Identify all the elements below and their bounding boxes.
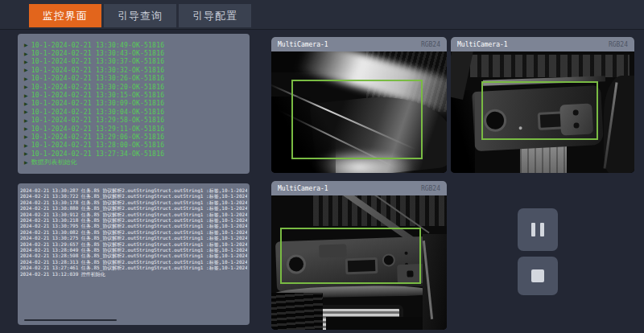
pause-button[interactable] <box>518 208 558 251</box>
camera-2-header: MultiCamera-1 RGB24 <box>451 37 634 51</box>
event-log-text: 10-1-2024-02-21 13:28:00-OK-51816 <box>31 142 165 149</box>
message-log-row: 2024-02-21 13:30:912 任务.85_协议解析2.outStri… <box>20 212 247 217</box>
event-log-row[interactable]: ▶ 10-1-2024-02-21 13:28:00-OK-51816 <box>24 142 243 150</box>
message-log-row: 2024-02-21 13:30:795 任务.85_协议解析2.outStri… <box>20 223 247 228</box>
arrow-icon: ▶ <box>24 92 28 100</box>
message-log-row: 2024-02-21 13:30:722 任务.85_协议解析2.outStri… <box>20 193 247 199</box>
event-log-row[interactable]: ▶ 10-1-2024-02-21 13:30:09-OK-51816 <box>24 100 243 108</box>
message-log-row: 2024-02-21 13:28:313 任务.85_协议解析2.outStri… <box>20 259 247 265</box>
horizontal-scrollbar[interactable] <box>24 319 117 321</box>
event-log-row[interactable]: ▶ 10-1-2024-02-21 13:30:37-OK-51816 <box>24 58 243 66</box>
event-log-row[interactable]: ▶ 10-1-2024-02-21 13:30:04-OK-51816 <box>24 108 243 116</box>
message-log-row: 2024-02-21 13:28:049 任务.85_协议解析2.outStri… <box>20 247 247 253</box>
stop-button[interactable] <box>518 257 558 295</box>
event-log-text: 10-1-2024-02-21 13:30:43-OK-51816 <box>31 50 165 57</box>
arrow-icon: ▶ <box>24 50 28 58</box>
tab-guide-config[interactable]: 引导配置 <box>179 4 251 27</box>
camera-3-title: MultiCamera-1 <box>278 185 328 192</box>
camera-1-format-badge: RGB24 <box>421 41 440 48</box>
arrow-icon: ▶ <box>24 108 28 116</box>
arrow-icon: ▶ <box>24 158 28 166</box>
tab-monitor-screen[interactable]: 监控界面 <box>29 4 101 27</box>
event-log-row[interactable]: ▶ 10-1-2024-02-21 13:30:43-OK-51816 <box>24 49 243 57</box>
event-log-row[interactable]: ▶ 10-1-2024-02-21 13:30:15-OK-51816 <box>24 91 243 99</box>
arrow-icon: ▶ <box>24 125 28 133</box>
event-log-text: 10-1-2024-02-21 13:30:32-OK-51816 <box>31 67 165 74</box>
camera-1-image[interactable] <box>271 51 447 173</box>
arrow-icon: ▶ <box>24 133 28 141</box>
event-log-text: 10-1-2024-02-21 13:30:20-OK-51816 <box>31 84 165 91</box>
arrow-icon: ▶ <box>24 83 28 91</box>
arrow-icon: ▶ <box>24 75 28 83</box>
top-tab-bar: 监控界面 引导查询 引导配置 <box>0 0 644 30</box>
event-log-text: 10-1-2024-02-21 13:29:11-OK-51816 <box>31 125 165 133</box>
event-log-text: 10-1-2024-02-21 13:29:06-OK-51816 <box>31 134 165 141</box>
message-log-row: 2024-02-21 13:12:039 控件初始化 <box>20 271 247 277</box>
tab-guide-query[interactable]: 引导查询 <box>104 4 176 27</box>
camera-3-header: MultiCamera-1 RGB24 <box>271 181 447 195</box>
camera-1-header: MultiCamera-1 RGB24 <box>271 37 447 51</box>
arrow-icon: ▶ <box>24 41 28 49</box>
camera-2-format-badge: RGB24 <box>609 41 628 48</box>
message-log-panel[interactable]: 2024-02-21 13:30:287 任务.85_协议解析2.outStri… <box>18 183 250 325</box>
event-log-text: 数据列表初始化 <box>31 158 77 166</box>
detection-box <box>280 228 421 284</box>
camera-panel-2: MultiCamera-1 RGB24 <box>451 37 634 173</box>
monitoring-app-window: 监控界面 引导查询 引导配置 ▶ 10-1-2024-02-21 13:30:4… <box>0 0 644 333</box>
camera-1-title: MultiCamera-1 <box>278 41 328 48</box>
event-log-row[interactable]: ▶ 10-1-2024-02-21 13:29:11-OK-51816 <box>24 125 243 133</box>
event-log-row[interactable]: ▶ 10-1-2024-02-21 13:30:20-OK-51816 <box>24 83 243 91</box>
event-log-text: 10-1-2024-02-21 13:30:15-OK-51816 <box>31 92 165 99</box>
message-log-row: 2024-02-21 13:30:275 任务.85_协议解析2.outStri… <box>20 235 247 240</box>
arrow-icon: ▶ <box>24 58 28 66</box>
event-log-row[interactable]: ▶ 10-1-2024-02-21 13:29:58-OK-51816 <box>24 117 243 125</box>
event-log-text: 10-1-2024-02-21 13:30:26-OK-51816 <box>31 75 165 82</box>
event-log-row[interactable]: ▶ 10-1-2024-02-21 13:30:32-OK-51816 <box>24 66 243 74</box>
message-log-row: 2024-02-21 13:30:082 任务.85_协议解析2.outStri… <box>20 229 247 235</box>
camera-3-format-badge: RGB24 <box>421 185 440 192</box>
message-log-row: 2024-02-21 13:27:461 任务.85_协议解析2.outStri… <box>20 265 247 270</box>
event-log-row[interactable]: ▶ 数据列表初始化 <box>24 158 243 166</box>
event-log-row[interactable]: ▶ 10-1-2024-02-21 13:30:49-OK-51816 <box>24 41 243 49</box>
message-log-row: 2024-02-21 13:30:880 任务.85_协议解析2.outStri… <box>20 205 247 211</box>
left-frame-shadow <box>451 90 475 173</box>
ribbed-dark-area <box>271 293 323 330</box>
message-log-row: 2024-02-21 13:30:218 任务.85_协议解析2.outStri… <box>20 217 247 223</box>
arrow-icon: ▶ <box>24 142 28 150</box>
arrow-icon: ▶ <box>24 150 28 158</box>
message-log-row: 2024-02-21 13:29:657 任务.85_协议解析2.outStri… <box>20 241 247 247</box>
pause-bar-left <box>531 223 535 236</box>
event-log-row[interactable]: ▶ 10-1-2024-02-21 13:30:26-OK-51816 <box>24 75 243 83</box>
detection-box <box>481 81 598 140</box>
tab-strip: 监控界面 引导查询 引导配置 <box>29 4 251 27</box>
bottom-shadow <box>326 317 423 330</box>
detection-box <box>291 80 423 159</box>
event-log-text: 10-1-2024-02-21 13:30:37-OK-51816 <box>31 58 165 65</box>
camera-3-image[interactable] <box>271 195 447 330</box>
right-frame-shadow <box>604 76 634 173</box>
camera-panel-3: MultiCamera-1 RGB24 <box>271 181 447 330</box>
camera-panel-1: MultiCamera-1 RGB24 <box>271 37 447 173</box>
event-log-panel[interactable]: ▶ 10-1-2024-02-21 13:30:49-OK-51816 ▶ 10… <box>18 34 250 174</box>
machinery-texture <box>470 55 630 77</box>
arrow-icon: ▶ <box>24 100 28 108</box>
message-log-row: 2024-02-21 13:30:178 任务.85_协议解析2.outStri… <box>20 199 247 205</box>
event-log-text: 10-1-2024-02-21 13:30:09-OK-51816 <box>31 100 165 107</box>
pause-bar-right <box>540 223 544 236</box>
event-log-row[interactable]: ▶ 10-1-2024-02-21 13:27:34-OK-51816 <box>24 150 243 158</box>
pause-icon <box>531 223 544 236</box>
event-log-text: 10-1-2024-02-21 13:27:34-OK-51816 <box>31 150 165 158</box>
message-log-row: 2024-02-21 13:30:287 任务.85_协议解析2.outStri… <box>20 187 247 193</box>
stop-icon <box>531 269 544 282</box>
event-log-text: 10-1-2024-02-21 13:30:04-OK-51816 <box>31 109 165 116</box>
arrow-icon: ▶ <box>24 117 28 125</box>
arrow-icon: ▶ <box>24 66 28 74</box>
message-log-list: 2024-02-21 13:30:287 任务.85_协议解析2.outStri… <box>20 187 247 277</box>
event-log-row[interactable]: ▶ 10-1-2024-02-21 13:29:06-OK-51816 <box>24 133 243 141</box>
camera-2-title: MultiCamera-1 <box>457 41 508 48</box>
camera-2-image[interactable] <box>451 51 634 173</box>
message-log-row: 2024-02-21 13:28:598 任务.85_协议解析2.outStri… <box>20 253 247 258</box>
event-log-text: 10-1-2024-02-21 13:30:49-OK-51816 <box>31 42 165 49</box>
event-log-text: 10-1-2024-02-21 13:29:58-OK-51816 <box>31 117 165 124</box>
